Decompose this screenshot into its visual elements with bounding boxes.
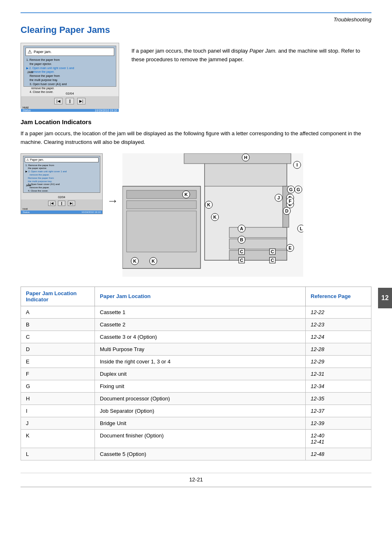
svg-text:C: C <box>271 249 274 254</box>
location-cell: Duplex unit <box>95 368 306 380</box>
location-cell: Bridge Unit <box>95 417 306 429</box>
chapter-tab: 12 <box>378 288 392 308</box>
table-header-reference: Reference Page <box>306 287 371 306</box>
mini-prev-btn[interactable]: |◀ <box>48 201 55 206</box>
svg-rect-5 <box>205 162 287 186</box>
svg-text:K: K <box>207 202 210 207</box>
chapter-label: Troubleshooting <box>334 16 371 23</box>
table-row: DMulti Purpose Tray12-28 <box>21 343 371 355</box>
reference-cell: 12-48 <box>306 448 371 460</box>
svg-text:H: H <box>244 155 247 160</box>
indicator-cell: K <box>21 429 95 448</box>
reference-cell: 12-31 <box>306 368 371 380</box>
svg-text:I: I <box>296 162 297 167</box>
indicator-cell: F <box>21 368 95 380</box>
indicator-cell: L <box>21 448 95 460</box>
table-row: HDocument processor (Option)12-35 <box>21 392 371 405</box>
svg-text:B: B <box>240 237 243 242</box>
reference-cell: 12-39 <box>306 417 371 429</box>
svg-text:E: E <box>288 245 291 250</box>
table-row: IJob Separator (Option)12-37 <box>21 405 371 417</box>
location-cell: Cassette 2 <box>95 318 306 331</box>
panel-controls: |◀ ‖ ▶| <box>21 96 119 106</box>
panel-text-area: ⚠ Paper jam. <box>25 48 114 56</box>
page-title: Clearing Paper Jams <box>21 25 371 35</box>
jam-table: Paper Jam Location Indicator Paper Jam L… <box>21 287 371 460</box>
page-number: 12-21 <box>21 473 371 483</box>
table-row: GFixing unit12-34 <box>21 380 371 392</box>
reference-cell: 12-28 <box>306 343 371 355</box>
svg-text:K: K <box>133 259 136 264</box>
table-section: Paper Jam Location Indicator Paper Jam L… <box>21 287 371 460</box>
panel-instructions: 1. Remove the paper from the paper eject… <box>25 57 114 95</box>
panel-screen: ⚠ Paper jam. 1. Remove the paper from th… <box>23 46 116 87</box>
table-header-indicator: Paper Jam Location Indicator <box>21 287 95 306</box>
reference-cell: 12-24 <box>306 331 371 343</box>
indicator-cell: J <box>21 417 95 429</box>
table-row: BCassette 212-23 <box>21 318 371 331</box>
location-cell: Multi Purpose Tray <box>95 343 306 355</box>
prev-btn[interactable]: |◀ <box>54 98 62 104</box>
mini-instructions: 1. Remove the paper from the paper eject… <box>25 163 99 194</box>
reference-cell: 12-23 <box>306 318 371 331</box>
mini-text-bar: ⚠ Paper jam. <box>25 157 99 162</box>
indicator-cell: D <box>21 343 95 355</box>
mini-screen: ⚠ Paper jam. 1. Remove the paper from th… <box>23 156 100 193</box>
mini-jam-label: JAM <box>26 184 31 187</box>
machine-diagram: K K K K K H I G G <box>122 153 303 277</box>
location-cell: Document finisher (Option) <box>95 429 306 448</box>
svg-text:K: K <box>184 192 188 197</box>
svg-text:K: K <box>213 215 217 220</box>
intro-paragraph: If a paper jam occurs, the touch panel w… <box>131 47 371 64</box>
svg-rect-11 <box>127 211 196 252</box>
svg-text:C: C <box>240 258 243 263</box>
mini-status-label: Status <box>23 211 30 213</box>
mini-next-btn[interactable]: ▶| <box>68 201 75 206</box>
reference-cell: 12-22 <box>306 306 371 318</box>
pause-btn[interactable]: ‖ <box>66 98 74 104</box>
bottom-rule <box>21 487 371 487</box>
intro-description: If a paper jam occurs, the touch panel w… <box>131 43 371 109</box>
mini-controls: |◀ ‖ ▶| <box>21 199 102 207</box>
header-section: Troubleshooting <box>21 16 371 23</box>
reference-cell: 12-40 12-41 <box>306 429 371 448</box>
svg-rect-4 <box>229 250 287 260</box>
table-row: KDocument finisher (Option)12-40 12-41 <box>21 429 371 448</box>
svg-text:C: C <box>271 258 274 263</box>
svg-text:K: K <box>152 259 155 264</box>
location-cell: Inside the right cover 1, 3 or 4 <box>95 355 306 368</box>
indicator-cell: H <box>21 392 95 405</box>
svg-text:A: A <box>240 226 243 231</box>
reference-cell: 12-37 <box>306 405 371 417</box>
svg-text:G: G <box>297 187 300 192</box>
diagram-section: ⚠ Paper jam. 1. Remove the paper from th… <box>21 153 371 277</box>
mini-panel: ⚠ Paper jam. 1. Remove the paper from th… <box>21 153 103 214</box>
hold-label: Hold <box>23 106 28 109</box>
touch-panel-image: ⚠ Paper jam. 1. Remove the paper from th… <box>21 43 119 109</box>
indicator-cell: G <box>21 380 95 392</box>
svg-rect-6 <box>184 153 291 164</box>
mini-counter: 02/04 <box>21 195 102 199</box>
svg-text:L: L <box>300 226 303 231</box>
panel-paper-jam-text: Paper jam. <box>34 50 52 54</box>
table-row: EInside the right cover 1, 3 or 412-29 <box>21 355 371 368</box>
location-cell: Cassette 1 <box>95 306 306 318</box>
reference-cell: 12-34 <box>306 380 371 392</box>
indicator-cell: B <box>21 318 95 331</box>
subsection-description: If a paper jam occurs, the location of t… <box>21 130 371 147</box>
table-row: FDuplex unit12-31 <box>21 368 371 380</box>
jam-label: JAM <box>27 71 33 74</box>
table-row: CCassette 3 or 4 (Option)12-24 <box>21 331 371 343</box>
mini-paper-jam-text: Paper jam. <box>30 158 44 161</box>
svg-text:J: J <box>277 195 280 200</box>
top-rule <box>21 12 371 13</box>
mini-pause-btn[interactable]: ‖ <box>58 201 65 206</box>
reference-cell: 12-35 <box>306 392 371 405</box>
next-btn[interactable]: ▶| <box>77 98 85 104</box>
svg-text:F: F <box>289 199 292 204</box>
table-row: LCassette 5 (Option)12-48 <box>21 448 371 460</box>
subsection-title: Jam Location Indicators <box>21 118 371 125</box>
arrow-right: → <box>107 153 118 208</box>
mini-timestamp: 10/19/2010 19:10 <box>81 211 101 213</box>
reference-cell: 12-29 <box>306 355 371 368</box>
